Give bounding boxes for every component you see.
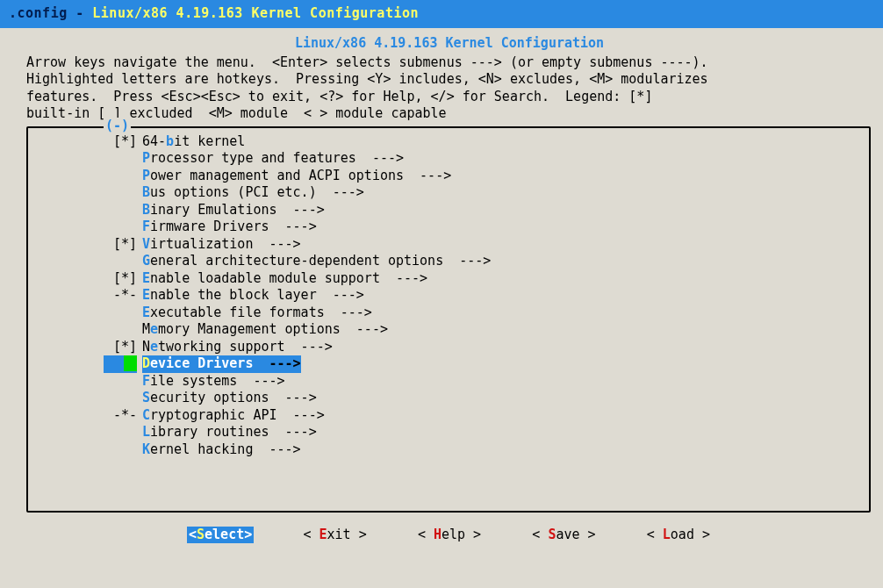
scroll-up-cue: (-) bbox=[104, 118, 131, 135]
menu-item-hotkey: b bbox=[166, 133, 174, 149]
menu-item[interactable]: Library routines ---> bbox=[104, 424, 864, 441]
submenu-arrow-icon: ---> bbox=[285, 339, 333, 355]
menu-item-hotkey: V bbox=[142, 236, 150, 252]
submenu-arrow-icon: ---> bbox=[269, 390, 317, 405]
angle-right-icon: > bbox=[588, 527, 596, 542]
submenu-arrow-icon: ---> bbox=[404, 168, 451, 183]
menu-item-label: Processor type and features ---> bbox=[142, 150, 404, 168]
menu-item-hotkey: P bbox=[142, 150, 150, 166]
button-hotkey: S bbox=[197, 527, 205, 542]
button-hotkey: E bbox=[319, 527, 327, 542]
menu-item-mark bbox=[104, 305, 137, 322]
menu-item[interactable]: Processor type and features ---> bbox=[104, 150, 864, 168]
menu-item-mark: [*] bbox=[104, 133, 137, 151]
angle-left-icon: < bbox=[189, 527, 197, 542]
menu-item-mark bbox=[104, 424, 137, 441]
menu-item-mark bbox=[104, 355, 137, 373]
window-title-main: Linux/x86 4.19.163 Kernel Configuration bbox=[92, 5, 419, 21]
menu-item[interactable]: File systems ---> bbox=[104, 373, 864, 391]
menu-item-mark bbox=[104, 168, 137, 185]
submenu-arrow-icon: ---> bbox=[341, 321, 388, 337]
menu-item-mark: -*- bbox=[104, 287, 137, 305]
menu-item-hotkey: L bbox=[142, 424, 150, 440]
button-bar: <Select> < Exit > < Help > < Save > < Lo… bbox=[26, 527, 872, 544]
menu-item-label: Bus options (PCI etc.) ---> bbox=[142, 184, 364, 202]
menu-item-label: Enable the block layer ---> bbox=[142, 287, 364, 305]
menu-item-hotkey: D bbox=[142, 355, 150, 371]
menu-item-mark: [*] bbox=[104, 236, 137, 254]
menu-item-label: Enable loadable module support ---> bbox=[142, 270, 427, 288]
menu-item[interactable]: [*]Networking support ---> bbox=[104, 339, 864, 356]
load-button[interactable]: < Load > bbox=[645, 527, 712, 544]
menu-item-hotkey: C bbox=[142, 407, 150, 423]
menu-item[interactable]: -*-Cryptographic API ---> bbox=[104, 407, 864, 425]
submenu-arrow-icon: ---> bbox=[269, 219, 317, 234]
help-button[interactable]: < Help > bbox=[416, 527, 483, 544]
menu-item[interactable]: Firmware Drivers ---> bbox=[104, 219, 864, 236]
menu-item-hotkey: F bbox=[142, 373, 150, 389]
menu-item-hotkey: E bbox=[142, 287, 150, 303]
menu-item[interactable]: Bus options (PCI etc.) ---> bbox=[104, 184, 864, 202]
menu-item-mark bbox=[104, 441, 137, 459]
window-title-prefix: .config - bbox=[9, 5, 92, 21]
menu-item[interactable]: Memory Management options ---> bbox=[104, 321, 864, 339]
menu-item-hotkey: B bbox=[142, 202, 150, 218]
menu-item-label: Virtualization ---> bbox=[142, 236, 301, 254]
submenu-arrow-icon: ---> bbox=[356, 150, 404, 166]
submenu-arrow-icon: ---> bbox=[277, 202, 325, 218]
submenu-arrow-icon: ---> bbox=[277, 407, 325, 423]
menu-item-mark: [*] bbox=[104, 339, 137, 356]
menu-item[interactable]: Binary Emulations ---> bbox=[104, 202, 864, 219]
menu-item-mark bbox=[104, 390, 137, 407]
window-titlebar: .config - Linux/x86 4.19.163 Kernel Conf… bbox=[0, 0, 883, 28]
menu-item[interactable]: [*]64-bit kernel bbox=[104, 133, 864, 151]
menu-item-label: Device Drivers ---> bbox=[142, 355, 301, 373]
menu-item-hotkey: G bbox=[142, 253, 150, 269]
submenu-arrow-icon: ---> bbox=[317, 287, 364, 303]
submenu-arrow-icon: ---> bbox=[317, 184, 364, 200]
menu-item[interactable]: [*]Virtualization ---> bbox=[104, 236, 864, 254]
menu-list: [*]64-bit kernel Processor type and feat… bbox=[33, 133, 864, 459]
menu-box-wrapper: (-) [*]64-bit kernel Processor type and … bbox=[26, 126, 872, 513]
menu-item-label: File systems ---> bbox=[142, 373, 285, 391]
menu-item-mark bbox=[104, 321, 137, 339]
menu-item-hotkey: P bbox=[142, 168, 150, 183]
menu-item[interactable]: Device Drivers ---> bbox=[104, 355, 864, 373]
page-title: Linux/x86 4.19.163 Kernel Configuration bbox=[26, 35, 872, 53]
angle-right-icon: > bbox=[244, 527, 252, 542]
menu-item-hotkey: F bbox=[142, 219, 150, 234]
angle-left-icon: < bbox=[532, 527, 540, 542]
submenu-arrow-icon: ---> bbox=[269, 424, 317, 440]
save-button[interactable]: < Save > bbox=[530, 527, 597, 544]
menu-item-hotkey: E bbox=[142, 270, 150, 286]
submenu-arrow-icon: ---> bbox=[253, 441, 300, 457]
menu-item-label: Power management and ACPI options ---> bbox=[142, 168, 451, 185]
menu-item-label: Binary Emulations ---> bbox=[142, 202, 325, 219]
menu-item[interactable]: Security options ---> bbox=[104, 390, 864, 407]
menu-box[interactable]: [*]64-bit kernel Processor type and feat… bbox=[26, 126, 871, 513]
menu-item-label: Firmware Drivers ---> bbox=[142, 219, 317, 236]
menu-item-label: 64-bit kernel bbox=[142, 133, 245, 151]
submenu-arrow-icon: ---> bbox=[443, 253, 491, 269]
submenu-arrow-icon: ---> bbox=[237, 373, 284, 389]
button-hotkey: L bbox=[663, 527, 671, 542]
menu-item-label: General architecture-dependent options -… bbox=[142, 253, 491, 270]
menu-item[interactable]: Executable file formats ---> bbox=[104, 305, 864, 322]
menu-item[interactable]: Kernel hacking ---> bbox=[104, 441, 864, 459]
select-button[interactable]: <Select> bbox=[187, 527, 254, 544]
exit-button[interactable]: < Exit > bbox=[301, 527, 368, 544]
menu-item-hotkey: S bbox=[142, 390, 150, 405]
menu-item-label: Memory Management options ---> bbox=[142, 321, 388, 339]
menu-item-label: Kernel hacking ---> bbox=[142, 441, 301, 459]
angle-right-icon: > bbox=[359, 527, 367, 542]
menu-item[interactable]: Power management and ACPI options ---> bbox=[104, 168, 864, 185]
menu-item-mark bbox=[104, 184, 137, 202]
menu-item-mark bbox=[104, 373, 137, 391]
menu-item[interactable]: General architecture-dependent options -… bbox=[104, 253, 864, 270]
menu-item-mark: [*] bbox=[104, 270, 137, 288]
menu-item-label: Executable file formats ---> bbox=[142, 305, 372, 322]
menu-item[interactable]: [*]Enable loadable module support ---> bbox=[104, 270, 864, 288]
menu-item[interactable]: -*-Enable the block layer ---> bbox=[104, 287, 864, 305]
menu-item-mark bbox=[104, 253, 137, 270]
menu-item-hotkey: e bbox=[150, 321, 158, 337]
